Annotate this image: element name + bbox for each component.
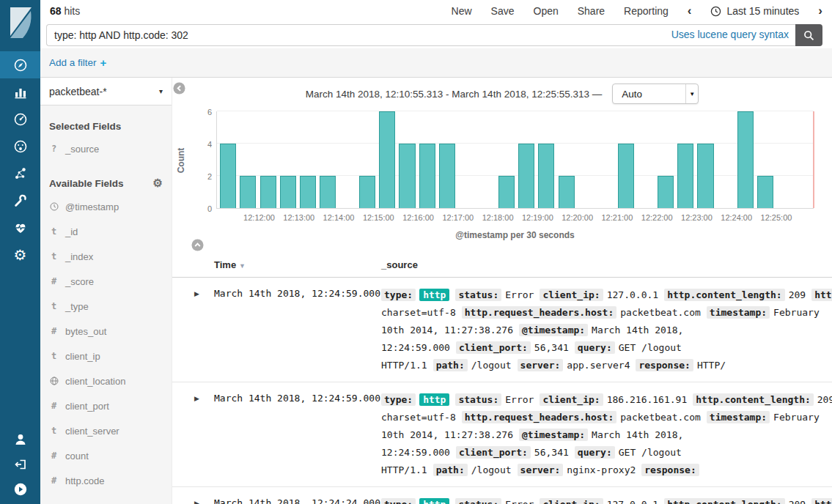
field-item-http.code[interactable]: #http.code (40, 468, 172, 493)
field-item-@timestamp[interactable]: @timestamp (40, 194, 172, 219)
field-type-icon: ? (49, 144, 59, 154)
field-item-_index[interactable]: t_index (40, 244, 172, 269)
nav-item-discover[interactable] (0, 51, 40, 78)
histogram-bar[interactable] (240, 176, 256, 208)
histogram-bar[interactable] (559, 176, 575, 208)
source-field-key: status: (455, 498, 501, 504)
field-name: _type (65, 301, 89, 312)
nav-item-monitoring[interactable] (0, 214, 40, 241)
x-tick-label: 12:23:00 (681, 213, 713, 222)
histogram-bar[interactable] (618, 144, 634, 208)
histogram-bar[interactable] (379, 111, 395, 208)
x-tick-label: 12:14:00 (323, 213, 355, 222)
field-item-client_server[interactable]: tclient_server (40, 418, 172, 443)
chevron-down-icon: ▾ (159, 87, 163, 95)
lucene-syntax-link[interactable]: Uses lucene query syntax (671, 29, 789, 40)
histogram-bar[interactable] (419, 144, 435, 208)
collapse-chart-button[interactable] (191, 239, 204, 254)
field-item-bytes_out[interactable]: #bytes_out (40, 319, 172, 344)
source-field-key: http.phrase: (811, 289, 832, 301)
time-forward-button[interactable]: › (818, 6, 822, 16)
histogram-bar[interactable] (677, 144, 693, 208)
histogram-bar[interactable] (220, 144, 236, 208)
histogram-bar[interactable] (280, 176, 296, 208)
histogram-bar[interactable] (300, 176, 316, 208)
histogram-bar[interactable] (737, 111, 754, 208)
field-item-_score[interactable]: #_score (40, 269, 172, 294)
new-button[interactable]: New (452, 5, 472, 17)
fields-sidebar: packetbeat-* ▾ Selected Fields ?_source … (40, 78, 172, 504)
source-field-key: timestamp: (707, 411, 770, 423)
interval-select[interactable]: Auto ▼ (612, 84, 699, 104)
nav-item-graph[interactable] (0, 160, 40, 187)
index-pattern-selector[interactable]: packetbeat-* ▾ (40, 78, 172, 105)
field-item-_source[interactable]: ?_source (40, 136, 172, 161)
histogram-bar[interactable] (518, 144, 534, 208)
field-item-_type[interactable]: t_type (40, 294, 172, 319)
expand-row-caret-icon[interactable]: ▶ (194, 496, 214, 504)
source-field-key: @timestamp: (519, 324, 588, 336)
source-field-value: packetbeat.com (620, 412, 701, 423)
open-button[interactable]: Open (534, 5, 559, 17)
nav-item-collapse[interactable] (0, 477, 40, 502)
field-item-client_location[interactable]: client_location (40, 368, 172, 393)
source-column-header: _source (381, 259, 418, 270)
source-field-value: app.server4 (567, 360, 630, 371)
histogram-bar[interactable] (320, 176, 336, 208)
x-tick-label: 12:13:00 (283, 213, 314, 222)
expand-row-caret-icon[interactable]: ▶ (194, 391, 214, 479)
source-field-key: path: (433, 464, 468, 476)
row-source: type:httpstatus:Errorclient_ip:186.216.1… (381, 391, 832, 479)
field-type-icon: t (49, 251, 59, 262)
histogram-bar[interactable] (697, 144, 713, 208)
nav-item-management[interactable]: ⚙ (0, 241, 40, 268)
field-item-client_ip[interactable]: tclient_ip (40, 344, 172, 368)
source-field-value: 127.0.0.1 (607, 289, 658, 300)
source-field-key: http.request_headers.host: (462, 306, 617, 319)
histogram-bar[interactable] (498, 176, 515, 208)
nav-bottom (0, 427, 40, 502)
histogram-plot: 0246 (216, 111, 814, 209)
add-filter-button[interactable]: Add a filter (49, 57, 97, 68)
add-filter-plus-icon[interactable]: + (100, 56, 107, 69)
source-field-value: 56,341 (534, 447, 569, 458)
field-settings-gear-icon[interactable]: ⚙ (153, 177, 163, 190)
x-tick-label: 12:17:00 (442, 213, 474, 222)
nav-item-dashboard[interactable] (0, 105, 40, 133)
expand-row-caret-icon[interactable]: ▶ (194, 286, 214, 374)
highlighted-value: http (419, 498, 449, 504)
histogram-bar[interactable] (399, 144, 415, 208)
interval-value: Auto (613, 89, 685, 100)
gridline (217, 111, 814, 111)
table-rows: ▶March 14th 2018, 12:24:59.000type:https… (172, 278, 832, 504)
compass-icon (13, 58, 28, 73)
nav-item-dev-tools[interactable] (0, 187, 40, 214)
time-column-header[interactable]: Time▼ (214, 259, 381, 270)
source-field-key: path: (433, 359, 468, 371)
histogram-bar[interactable] (439, 144, 455, 208)
search-button[interactable] (795, 24, 822, 46)
histogram-bar[interactable] (359, 176, 375, 208)
time-picker-button[interactable]: Last 15 minutes (710, 5, 799, 17)
selected-fields-list: ?_source (40, 136, 172, 161)
save-button[interactable]: Save (491, 5, 515, 17)
highlighted-value: http (419, 393, 449, 406)
kibana-logo[interactable] (0, 0, 40, 45)
time-back-button[interactable]: ‹ (688, 6, 692, 16)
histogram-bar[interactable] (538, 144, 554, 208)
histogram-bar[interactable] (658, 176, 674, 208)
histogram-bar[interactable] (757, 176, 773, 208)
table-row: ▶March 14th 2018, 12:24:59.000type:https… (172, 278, 832, 382)
share-button[interactable]: Share (578, 5, 605, 17)
nav-item-timelion[interactable] (0, 133, 40, 160)
nav-item-visualize[interactable] (0, 78, 40, 105)
reporting-button[interactable]: Reporting (624, 5, 669, 17)
field-item-count[interactable]: #count (40, 443, 172, 468)
nav-item-logout[interactable] (0, 452, 40, 477)
field-item-client_port[interactable]: #client_port (40, 393, 172, 418)
field-item-_id[interactable]: t_id (40, 219, 172, 244)
highlighted-value: http (419, 289, 449, 301)
source-field-value: 209 (789, 289, 806, 300)
nav-item-account[interactable] (0, 427, 40, 452)
histogram-bar[interactable] (260, 176, 276, 208)
